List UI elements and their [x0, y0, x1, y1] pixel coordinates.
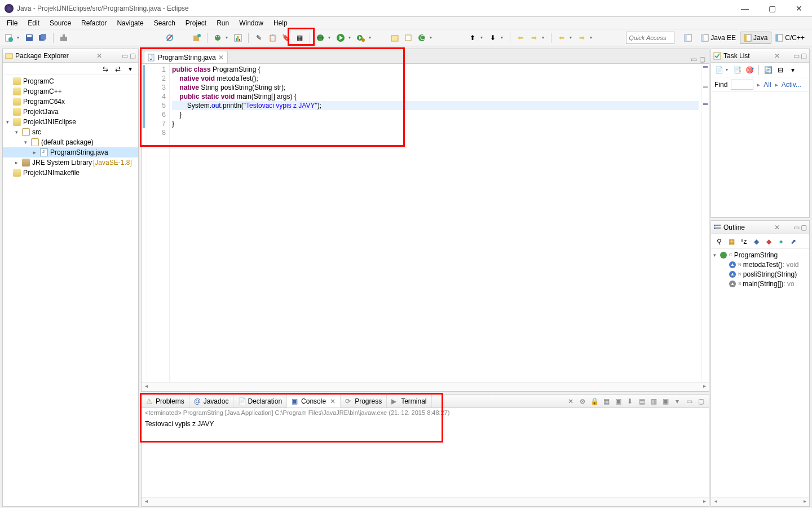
view-maximize-icon[interactable]: ▢: [130, 52, 136, 60]
hide-static-button[interactable]: ᵃz: [738, 236, 749, 247]
tasklist-menu[interactable]: ▾: [787, 64, 798, 76]
tab-console[interactable]: ▣Console✕: [287, 395, 341, 408]
menu-source[interactable]: Source: [45, 18, 76, 28]
task-list-close[interactable]: ✕: [773, 52, 781, 60]
new-java-project-button[interactable]: [389, 32, 400, 43]
hide-local-button[interactable]: ◆: [763, 236, 774, 247]
package-explorer-tree[interactable]: ProgramCProgramC++ProgramC64xProjektJava…: [3, 75, 138, 506]
categorize-button[interactable]: 📑: [731, 64, 743, 76]
view-minimize-icon[interactable]: ▭: [122, 52, 128, 60]
skip-breakpoints-button[interactable]: [164, 32, 175, 43]
tree-node[interactable]: ▾src: [3, 127, 138, 137]
collapse-all-button[interactable]: ⇆: [100, 63, 111, 75]
tree-node[interactable]: ▸ProgramString.java: [3, 147, 138, 157]
menu-help[interactable]: Help: [269, 18, 292, 28]
console-tb-4[interactable]: ▣: [612, 396, 624, 407]
debug-last-button[interactable]: [315, 32, 326, 43]
editor-maximize-icon[interactable]: ▢: [699, 55, 705, 63]
open-type-button[interactable]: ✎: [253, 32, 264, 43]
perspective-javaee[interactable]: Java EE: [697, 32, 740, 44]
tree-node[interactable]: ProjektJava: [3, 107, 138, 117]
new-java-class-button[interactable]: C: [416, 32, 427, 43]
menu-edit[interactable]: Edit: [23, 18, 44, 28]
save-button[interactable]: [24, 32, 35, 43]
link-editor-button[interactable]: ⇄: [112, 63, 123, 75]
sort-button[interactable]: ⚲: [713, 236, 725, 247]
link-button[interactable]: ⬈: [788, 236, 799, 247]
tree-node[interactable]: ProjektJNImakefile: [3, 168, 138, 178]
perspective-java[interactable]: Java: [740, 32, 771, 44]
view-maximize-icon[interactable]: ▢: [801, 224, 807, 231]
tree-node[interactable]: ProgramC64x: [3, 97, 138, 107]
console-tb-8[interactable]: ▣: [660, 396, 671, 407]
maximize-button[interactable]: ▢: [764, 4, 780, 13]
close-button[interactable]: ✕: [791, 4, 807, 13]
forward-button[interactable]: ➡: [528, 32, 540, 43]
next-edit-button[interactable]: ➡: [576, 32, 588, 43]
console-tb-9[interactable]: ▾: [672, 396, 683, 407]
console-tb-2[interactable]: 🔒: [589, 396, 600, 407]
new-task-button[interactable]: 📄: [713, 64, 725, 76]
menu-run[interactable]: Run: [212, 18, 233, 28]
view-menu-button[interactable]: ▾: [125, 63, 136, 75]
prev-annotation-button[interactable]: ⬆: [467, 32, 478, 43]
menu-navigate[interactable]: Navigate: [112, 18, 148, 28]
run-last-button[interactable]: [355, 32, 367, 43]
last-edit-button[interactable]: ⬅: [556, 32, 567, 43]
outline-node[interactable]: ▾CProgramString: [711, 250, 809, 260]
outline-node[interactable]: ▲Smain(String[]) : vo: [711, 279, 809, 288]
console-tb-0[interactable]: ✕: [565, 396, 576, 407]
quick-access-input[interactable]: [626, 32, 674, 44]
editor-minimize-icon[interactable]: ▭: [691, 55, 697, 63]
open-perspective-button[interactable]: [680, 32, 696, 44]
quick-access[interactable]: [626, 32, 674, 44]
debug-button[interactable]: [212, 32, 223, 43]
new-package-button[interactable]: [191, 32, 202, 43]
hide-fields-button[interactable]: ▦: [726, 236, 737, 247]
activate-link[interactable]: Activ...: [782, 81, 801, 89]
editor-tab-close[interactable]: ✕: [218, 54, 224, 62]
debug-last-dropdown[interactable]: ▾: [328, 35, 333, 40]
run-last-dropdown[interactable]: ▾: [369, 35, 373, 40]
outline-close[interactable]: ✕: [773, 224, 781, 231]
console-tb-1[interactable]: ⊗: [577, 396, 588, 407]
tree-node[interactable]: ▾ProjektJNIEclipse: [3, 117, 138, 127]
view-minimize-icon[interactable]: ▭: [793, 52, 800, 60]
task-list-body[interactable]: [711, 92, 809, 217]
menu-window[interactable]: Window: [235, 18, 268, 28]
open-task-button[interactable]: 📋: [267, 32, 278, 43]
hide-nonpublic-button[interactable]: ◆: [751, 236, 762, 247]
coverage-button[interactable]: [232, 32, 244, 43]
new-java-package-button[interactable]: [403, 32, 414, 43]
tree-node[interactable]: ▾(default package): [3, 137, 138, 147]
new-dropdown[interactable]: ▾: [17, 35, 21, 40]
tree-node[interactable]: ▸JRE System Library [JavaSE-1.8]: [3, 157, 138, 168]
tab-javadoc[interactable]: @Javadoc: [189, 395, 234, 408]
minimize-button[interactable]: —: [736, 4, 753, 13]
debug-dropdown[interactable]: ▾: [226, 35, 230, 40]
run-dropdown[interactable]: ▾: [348, 35, 353, 40]
run-button[interactable]: [335, 32, 346, 43]
menu-search[interactable]: Search: [149, 18, 180, 28]
console-tb-11[interactable]: ▢: [695, 396, 707, 407]
sync-button[interactable]: 🔄: [762, 64, 774, 76]
code-editor[interactable]: 12345678 public class ProgramString { na…: [142, 64, 709, 382]
menu-file[interactable]: File: [2, 18, 22, 28]
collapse-button[interactable]: ⊟: [775, 64, 786, 76]
all-link[interactable]: All: [764, 81, 771, 89]
focus-button[interactable]: 🎯: [744, 64, 755, 76]
console-tb-10[interactable]: ▭: [683, 396, 695, 407]
tab-problems[interactable]: ⚠Problems: [142, 395, 189, 408]
tree-node[interactable]: ProgramC++: [3, 86, 138, 97]
new-button[interactable]: [3, 32, 15, 43]
console-output[interactable]: Testovaci vypis z JAVY: [142, 418, 709, 497]
tab-declaration[interactable]: 📄Declaration: [233, 395, 287, 408]
view-maximize-icon[interactable]: ▢: [801, 52, 807, 60]
save-all-button[interactable]: [37, 32, 48, 43]
back-button[interactable]: ⬅: [515, 32, 526, 43]
console-tb-6[interactable]: ▤: [636, 396, 647, 407]
editor-tab[interactable]: J ProgramString.java ✕: [144, 51, 228, 63]
next-annotation-button[interactable]: ⬇: [487, 32, 498, 43]
toggle-mark-button[interactable]: 🔖: [280, 32, 292, 43]
outline-node[interactable]: ▲NmetodaTest() : void: [711, 260, 809, 269]
